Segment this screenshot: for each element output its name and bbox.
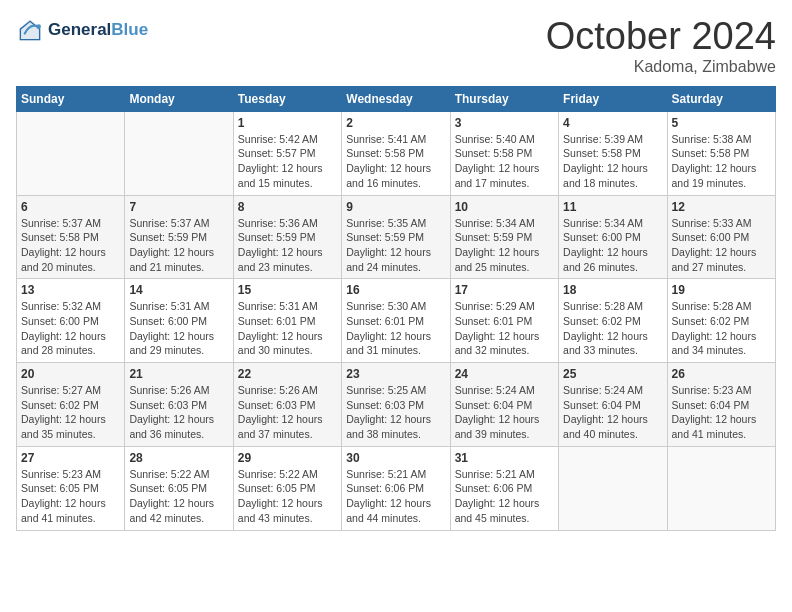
day-number: 27 (21, 451, 120, 465)
calendar-cell: 30Sunrise: 5:21 AM Sunset: 6:06 PM Dayli… (342, 446, 450, 530)
calendar-week-4: 20Sunrise: 5:27 AM Sunset: 6:02 PM Dayli… (17, 363, 776, 447)
calendar-cell: 7Sunrise: 5:37 AM Sunset: 5:59 PM Daylig… (125, 195, 233, 279)
day-info: Sunrise: 5:31 AM Sunset: 6:00 PM Dayligh… (129, 299, 228, 358)
logo-icon (16, 16, 44, 44)
day-number: 22 (238, 367, 337, 381)
day-number: 13 (21, 283, 120, 297)
day-number: 1 (238, 116, 337, 130)
calendar-week-5: 27Sunrise: 5:23 AM Sunset: 6:05 PM Dayli… (17, 446, 776, 530)
day-number: 11 (563, 200, 662, 214)
day-info: Sunrise: 5:40 AM Sunset: 5:58 PM Dayligh… (455, 132, 554, 191)
calendar-cell: 13Sunrise: 5:32 AM Sunset: 6:00 PM Dayli… (17, 279, 125, 363)
calendar-body: 1Sunrise: 5:42 AM Sunset: 5:57 PM Daylig… (17, 111, 776, 530)
weekday-header-tuesday: Tuesday (233, 86, 341, 111)
month-title: October 2024 (546, 16, 776, 58)
calendar-cell: 9Sunrise: 5:35 AM Sunset: 5:59 PM Daylig… (342, 195, 450, 279)
day-number: 17 (455, 283, 554, 297)
calendar-cell: 18Sunrise: 5:28 AM Sunset: 6:02 PM Dayli… (559, 279, 667, 363)
calendar-cell: 23Sunrise: 5:25 AM Sunset: 6:03 PM Dayli… (342, 363, 450, 447)
calendar-cell: 1Sunrise: 5:42 AM Sunset: 5:57 PM Daylig… (233, 111, 341, 195)
day-info: Sunrise: 5:22 AM Sunset: 6:05 PM Dayligh… (238, 467, 337, 526)
title-area: October 2024 Kadoma, Zimbabwe (546, 16, 776, 76)
day-info: Sunrise: 5:32 AM Sunset: 6:00 PM Dayligh… (21, 299, 120, 358)
day-info: Sunrise: 5:31 AM Sunset: 6:01 PM Dayligh… (238, 299, 337, 358)
calendar-cell (125, 111, 233, 195)
calendar-cell: 6Sunrise: 5:37 AM Sunset: 5:58 PM Daylig… (17, 195, 125, 279)
day-number: 10 (455, 200, 554, 214)
day-number: 23 (346, 367, 445, 381)
calendar-cell: 19Sunrise: 5:28 AM Sunset: 6:02 PM Dayli… (667, 279, 775, 363)
logo: GeneralBlue (16, 16, 148, 44)
day-info: Sunrise: 5:38 AM Sunset: 5:58 PM Dayligh… (672, 132, 771, 191)
day-number: 18 (563, 283, 662, 297)
logo-text: GeneralBlue (48, 20, 148, 40)
weekday-header-friday: Friday (559, 86, 667, 111)
calendar-cell: 10Sunrise: 5:34 AM Sunset: 5:59 PM Dayli… (450, 195, 558, 279)
day-number: 15 (238, 283, 337, 297)
calendar-week-3: 13Sunrise: 5:32 AM Sunset: 6:00 PM Dayli… (17, 279, 776, 363)
calendar-cell: 3Sunrise: 5:40 AM Sunset: 5:58 PM Daylig… (450, 111, 558, 195)
day-number: 8 (238, 200, 337, 214)
day-info: Sunrise: 5:23 AM Sunset: 6:05 PM Dayligh… (21, 467, 120, 526)
day-number: 16 (346, 283, 445, 297)
calendar-cell: 17Sunrise: 5:29 AM Sunset: 6:01 PM Dayli… (450, 279, 558, 363)
day-number: 14 (129, 283, 228, 297)
day-info: Sunrise: 5:24 AM Sunset: 6:04 PM Dayligh… (455, 383, 554, 442)
weekday-header-sunday: Sunday (17, 86, 125, 111)
day-info: Sunrise: 5:21 AM Sunset: 6:06 PM Dayligh… (455, 467, 554, 526)
day-info: Sunrise: 5:30 AM Sunset: 6:01 PM Dayligh… (346, 299, 445, 358)
weekday-header-monday: Monday (125, 86, 233, 111)
day-number: 4 (563, 116, 662, 130)
day-info: Sunrise: 5:39 AM Sunset: 5:58 PM Dayligh… (563, 132, 662, 191)
calendar-week-2: 6Sunrise: 5:37 AM Sunset: 5:58 PM Daylig… (17, 195, 776, 279)
calendar-cell: 31Sunrise: 5:21 AM Sunset: 6:06 PM Dayli… (450, 446, 558, 530)
day-info: Sunrise: 5:26 AM Sunset: 6:03 PM Dayligh… (129, 383, 228, 442)
calendar-cell: 29Sunrise: 5:22 AM Sunset: 6:05 PM Dayli… (233, 446, 341, 530)
day-info: Sunrise: 5:24 AM Sunset: 6:04 PM Dayligh… (563, 383, 662, 442)
day-number: 2 (346, 116, 445, 130)
calendar-cell (667, 446, 775, 530)
day-number: 31 (455, 451, 554, 465)
day-number: 3 (455, 116, 554, 130)
calendar-cell: 15Sunrise: 5:31 AM Sunset: 6:01 PM Dayli… (233, 279, 341, 363)
day-number: 25 (563, 367, 662, 381)
day-info: Sunrise: 5:36 AM Sunset: 5:59 PM Dayligh… (238, 216, 337, 275)
svg-marker-1 (20, 20, 41, 41)
day-number: 9 (346, 200, 445, 214)
weekday-header-saturday: Saturday (667, 86, 775, 111)
calendar-cell: 4Sunrise: 5:39 AM Sunset: 5:58 PM Daylig… (559, 111, 667, 195)
svg-point-3 (37, 24, 41, 28)
day-info: Sunrise: 5:33 AM Sunset: 6:00 PM Dayligh… (672, 216, 771, 275)
day-number: 6 (21, 200, 120, 214)
day-info: Sunrise: 5:37 AM Sunset: 5:59 PM Dayligh… (129, 216, 228, 275)
day-info: Sunrise: 5:23 AM Sunset: 6:04 PM Dayligh… (672, 383, 771, 442)
calendar-cell: 26Sunrise: 5:23 AM Sunset: 6:04 PM Dayli… (667, 363, 775, 447)
calendar-cell: 12Sunrise: 5:33 AM Sunset: 6:00 PM Dayli… (667, 195, 775, 279)
day-info: Sunrise: 5:27 AM Sunset: 6:02 PM Dayligh… (21, 383, 120, 442)
day-info: Sunrise: 5:28 AM Sunset: 6:02 PM Dayligh… (563, 299, 662, 358)
day-info: Sunrise: 5:34 AM Sunset: 5:59 PM Dayligh… (455, 216, 554, 275)
day-info: Sunrise: 5:22 AM Sunset: 6:05 PM Dayligh… (129, 467, 228, 526)
weekday-header-wednesday: Wednesday (342, 86, 450, 111)
day-number: 19 (672, 283, 771, 297)
day-info: Sunrise: 5:29 AM Sunset: 6:01 PM Dayligh… (455, 299, 554, 358)
header: GeneralBlue October 2024 Kadoma, Zimbabw… (16, 16, 776, 76)
calendar-cell: 16Sunrise: 5:30 AM Sunset: 6:01 PM Dayli… (342, 279, 450, 363)
day-number: 5 (672, 116, 771, 130)
day-number: 7 (129, 200, 228, 214)
calendar-table: SundayMondayTuesdayWednesdayThursdayFrid… (16, 86, 776, 531)
calendar-cell: 27Sunrise: 5:23 AM Sunset: 6:05 PM Dayli… (17, 446, 125, 530)
day-number: 24 (455, 367, 554, 381)
day-info: Sunrise: 5:25 AM Sunset: 6:03 PM Dayligh… (346, 383, 445, 442)
day-number: 21 (129, 367, 228, 381)
calendar-week-1: 1Sunrise: 5:42 AM Sunset: 5:57 PM Daylig… (17, 111, 776, 195)
location-title: Kadoma, Zimbabwe (546, 58, 776, 76)
calendar-cell: 14Sunrise: 5:31 AM Sunset: 6:00 PM Dayli… (125, 279, 233, 363)
day-info: Sunrise: 5:41 AM Sunset: 5:58 PM Dayligh… (346, 132, 445, 191)
calendar-cell: 24Sunrise: 5:24 AM Sunset: 6:04 PM Dayli… (450, 363, 558, 447)
day-info: Sunrise: 5:42 AM Sunset: 5:57 PM Dayligh… (238, 132, 337, 191)
day-number: 30 (346, 451, 445, 465)
day-number: 28 (129, 451, 228, 465)
calendar-cell: 2Sunrise: 5:41 AM Sunset: 5:58 PM Daylig… (342, 111, 450, 195)
calendar-cell: 28Sunrise: 5:22 AM Sunset: 6:05 PM Dayli… (125, 446, 233, 530)
